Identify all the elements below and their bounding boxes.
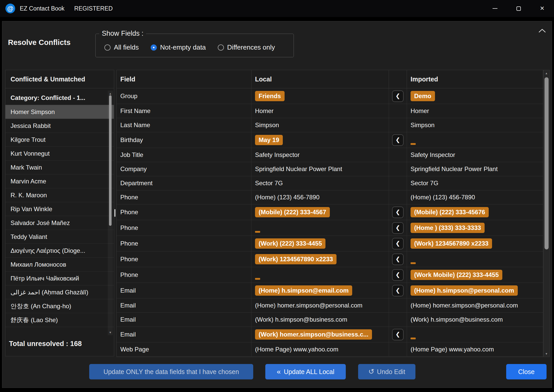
copy-imported-to-local-button[interactable]: ❮ [392, 329, 404, 340]
scroll-down-icon[interactable]: ▼ [108, 331, 113, 334]
local-value-cell: (Work) (222) 333-4455 [251, 236, 389, 251]
contact-list-scrollbar[interactable]: ▲ ▼ [108, 91, 113, 335]
update-chosen-fields-button[interactable]: Update ONLY the data fields that I have … [89, 364, 253, 379]
contact-list-item[interactable]: Rip Van Winkle [5, 202, 114, 216]
conflict-value-badge[interactable]: Demo [411, 91, 435, 101]
conflict-table-row: Job TitleSafety InspectorSafety Inspecto… [117, 148, 543, 162]
radio-button-icon [218, 44, 224, 51]
contact-list-item[interactable]: Михаил Ломоносов [5, 258, 114, 272]
arrow-cell [389, 104, 407, 118]
arrow-cell [389, 148, 407, 162]
contact-list-item[interactable]: Kilgore Trout [5, 133, 114, 147]
imported-value-cell [407, 132, 543, 148]
conflict-value-badge[interactable]: (Home) h.simpson@email.com [255, 285, 352, 296]
imported-value-cell: (Work Mobile) (222) 333-4455 [407, 267, 543, 283]
button-label: Update ALL Local [284, 368, 334, 376]
field-name-cell: Email [117, 327, 251, 342]
show-fields-label: Show Fields : [99, 30, 146, 38]
field-name-cell: Phone [117, 236, 251, 251]
conflict-value-badge[interactable]: (Mobile) (222) 333-45676 [411, 207, 489, 217]
conflict-value-badge[interactable]: (Work) 1234567890 x2233 [255, 254, 337, 264]
panel-splitter-handle[interactable] [114, 209, 115, 217]
field-name-cell: Job Title [117, 148, 251, 162]
copy-imported-to-local-button[interactable]: ❮ [392, 285, 404, 296]
conflict-value-badge[interactable]: (Work) 1234567890 x2233 [411, 238, 492, 249]
titlebar: @ EZ Contact Book REGISTERED ✕ [0, 0, 554, 17]
conflict-table-row: Email(Work) h.simpson@business.com(Work)… [117, 313, 543, 327]
column-header-imported: Imported [407, 70, 543, 88]
local-value-cell: Safety Inspector [251, 148, 389, 162]
close-window-button[interactable]: ✕ [530, 0, 554, 17]
local-value-cell: Friends [251, 88, 389, 104]
empty-value-indicator [255, 278, 260, 280]
conflict-table: Field Local Imported GroupFriends❮DemoFi… [116, 70, 550, 357]
scrollbar-thumb[interactable] [109, 95, 112, 226]
contact-list-item[interactable]: Jessica Rabbit [5, 119, 114, 133]
copy-imported-to-local-button[interactable]: ❮ [392, 238, 404, 249]
scrollbar-thumb[interactable] [544, 77, 549, 249]
imported-value-cell: (Home ) (333) 333-3333 [407, 220, 543, 236]
local-value-cell: Springfield Nuclear Power Plant [251, 162, 389, 176]
conflict-value-badge[interactable]: May 19 [255, 135, 283, 145]
radio-option-differences-only[interactable]: Differences only [218, 43, 275, 51]
imported-value-cell: Demo [407, 88, 543, 104]
contact-list-item[interactable]: R. K. Maroon [5, 188, 114, 202]
local-value-cell: (Home Page) www.yahoo.com [251, 342, 389, 356]
contact-list-item[interactable]: 안창호 (An Chang-ho) [5, 299, 114, 313]
close-dialog-button[interactable]: Close [506, 364, 547, 379]
contact-list-item[interactable]: Salvador José Mañez [5, 216, 114, 230]
conflict-value-badge[interactable]: (Home) h.simpson@personal.com [411, 285, 518, 296]
radio-option-all-fields[interactable]: All fields [104, 43, 139, 51]
undo-edit-button[interactable]: ↺ Undo Edit [358, 364, 415, 379]
contact-list-item[interactable]: Διογένης Λαέρτιος (Dioge... [5, 244, 114, 258]
conflict-value-badge[interactable]: (Work) (222) 333-4455 [255, 238, 325, 249]
table-scrollbar[interactable]: ▲ ▼ [543, 70, 549, 357]
copy-imported-to-local-button[interactable]: ❮ [392, 207, 404, 218]
conflict-table-header: Field Local Imported [117, 70, 549, 88]
conflict-table-row: Phone(Work) (222) 333-4455❮(Work) 123456… [117, 236, 543, 251]
copy-imported-to-local-button[interactable]: ❮ [392, 254, 404, 265]
arrow-cell [389, 313, 407, 326]
collapse-panel-button[interactable] [538, 29, 546, 33]
arrow-cell: ❮ [389, 220, 407, 236]
conflict-value-badge[interactable]: (Mobile) (222) 333-4567 [255, 207, 330, 217]
radio-option-label: Differences only [227, 43, 275, 51]
button-label: Update ONLY the data fields that I have … [103, 368, 239, 376]
category-header[interactable]: Category: Conflicted - 1... [5, 91, 114, 105]
imported-value-cell: (Work) 1234567890 x2233 [407, 236, 543, 251]
contact-list-item[interactable]: Kurt Vonnegut [5, 147, 114, 161]
imported-value-cell: (Work) h.simpson@business.com [407, 313, 543, 326]
contact-list-item[interactable]: Teddy Valiant [5, 230, 114, 244]
field-name-cell: Phone [117, 220, 251, 236]
contact-list-item[interactable]: Mark Twain [5, 161, 114, 174]
arrow-cell [389, 162, 407, 176]
column-header-arrow [389, 70, 407, 88]
contact-list-item[interactable]: Пётр Ильич Чайковский [5, 272, 114, 285]
contact-list-item[interactable]: Marvin Acme [5, 174, 114, 188]
conflict-value-badge[interactable]: (Work) homer.simpson@business.c... [255, 329, 372, 340]
arrow-cell [389, 190, 407, 204]
copy-imported-to-local-button[interactable]: ❮ [392, 222, 404, 234]
copy-imported-to-local-button[interactable]: ❮ [392, 90, 404, 102]
contact-list-item[interactable]: احمد غزالى (Aḥmad Ghazālī) [5, 285, 114, 299]
minimize-button[interactable] [483, 0, 507, 17]
conflict-value-badge[interactable]: (Work Mobile) (222) 333-4455 [411, 270, 502, 280]
radio-option-not-empty-data[interactable]: Not-empty data [151, 43, 206, 51]
scroll-up-icon[interactable]: ▲ [108, 92, 113, 95]
contact-list: Homer SimpsonJessica RabbitKilgore Trout… [5, 105, 114, 327]
maximize-button[interactable] [507, 0, 530, 17]
local-value-cell: (Work) 1234567890 x2233 [251, 251, 389, 267]
contact-list-item[interactable]: 舒庆春 (Lao She) [5, 313, 114, 327]
scroll-down-icon[interactable]: ▼ [543, 352, 549, 355]
field-name-cell: Company [117, 162, 251, 176]
local-value-cell: (Work) homer.simpson@business.c... [251, 327, 389, 342]
contact-list-item[interactable]: Homer Simpson [5, 105, 114, 119]
conflict-value-badge[interactable]: Friends [255, 91, 285, 101]
copy-imported-to-local-button[interactable]: ❮ [392, 134, 404, 146]
maximize-icon [516, 6, 521, 11]
scroll-up-icon[interactable]: ▲ [543, 72, 549, 75]
copy-imported-to-local-button[interactable]: ❮ [392, 269, 404, 281]
update-all-local-button[interactable]: « Update ALL Local [265, 364, 346, 379]
conflict-value-badge[interactable]: (Home ) (333) 333-3333 [411, 223, 485, 233]
app-logo-icon: @ [5, 4, 15, 13]
